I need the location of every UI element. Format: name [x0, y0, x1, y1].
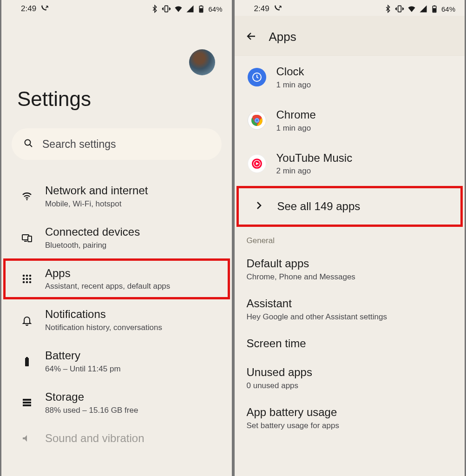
settings-item-sound[interactable]: Sound and vibration	[1, 423, 232, 454]
settings-item-title: Notifications	[45, 308, 162, 321]
svg-point-16	[29, 281, 32, 284]
svg-rect-22	[398, 6, 401, 12]
settings-item-storage[interactable]: Storage 88% used – 15.16 GB free	[1, 382, 232, 423]
app-sub: 2 min ago	[276, 166, 353, 176]
settings-item-apps[interactable]: Apps Assistant, recent apps, default app…	[3, 258, 230, 300]
settings-item-subtitle: Assistant, recent apps, default apps	[45, 282, 170, 291]
svg-rect-0	[165, 6, 168, 12]
svg-rect-2	[201, 6, 202, 7]
app-sub: 1 min ago	[276, 124, 316, 133]
svg-rect-18	[26, 357, 28, 358]
svg-point-10	[29, 275, 32, 277]
pref-assistant[interactable]: Assistant Hey Google and other Assistant…	[235, 289, 465, 329]
settings-item-title: Storage	[45, 390, 138, 404]
svg-rect-17	[25, 358, 29, 366]
search-settings[interactable]: Search settings	[12, 128, 222, 160]
pref-unused-apps[interactable]: Unused apps 0 unused apps	[235, 358, 465, 398]
bluetooth-icon	[151, 5, 159, 13]
call-ongoing-icon	[41, 5, 49, 13]
settings-item-subtitle: Mobile, Wi-Fi, hotspot	[45, 199, 148, 209]
settings-item-title: Connected devices	[45, 225, 140, 239]
pref-title: Unused apps	[247, 365, 455, 379]
settings-item-subtitle: Bluetooth, pairing	[45, 241, 140, 250]
search-placeholder: Search settings	[42, 138, 116, 151]
pref-subtitle: 0 unused apps	[247, 381, 455, 390]
settings-item-network[interactable]: Network and internet Mobile, Wi-Fi, hots…	[1, 176, 232, 217]
pref-subtitle: Hey Google and other Assistant settings	[247, 312, 455, 322]
page-title: Apps	[269, 30, 296, 44]
apps-header: Apps	[235, 16, 465, 56]
settings-item-subtitle: Notification history, conversations	[45, 323, 162, 332]
battery-percent: 64%	[208, 5, 222, 13]
recent-app-ytmusic[interactable]: YouTube Music 2 min ago	[235, 142, 465, 185]
status-time: 2:49	[21, 4, 36, 13]
settings-item-title: Apps	[45, 267, 170, 280]
settings-item-subtitle: 64% – Until 11:45 pm	[45, 364, 121, 374]
signal-icon	[186, 5, 194, 13]
see-all-label: See all 149 apps	[277, 200, 361, 213]
status-time: 2:49	[254, 4, 269, 13]
svg-point-12	[26, 278, 28, 280]
svg-rect-21	[23, 404, 31, 406]
app-sub: 1 min ago	[276, 80, 311, 90]
call-ongoing-icon	[274, 5, 282, 13]
svg-rect-19	[23, 399, 31, 401]
recent-app-clock[interactable]: Clock 1 min ago	[235, 56, 465, 99]
volume-icon	[20, 433, 34, 444]
svg-point-5	[26, 199, 28, 200]
svg-point-30	[255, 119, 258, 122]
battery-icon	[430, 5, 439, 13]
svg-rect-3	[200, 8, 203, 12]
settings-item-title: Network and internet	[45, 184, 148, 198]
status-bar: 2:49 64%	[1, 0, 232, 16]
youtube-music-app-icon	[248, 154, 266, 173]
svg-point-13	[29, 278, 32, 280]
pref-app-battery-usage[interactable]: App battery usage Set battery usage for …	[235, 398, 465, 438]
svg-point-15	[26, 281, 28, 284]
chevron-right-icon	[253, 200, 264, 213]
svg-rect-24	[433, 6, 435, 7]
storage-icon	[20, 397, 34, 408]
bluetooth-icon	[384, 5, 392, 13]
battery-icon	[20, 356, 34, 367]
settings-item-title: Battery	[45, 349, 121, 363]
see-all-apps[interactable]: See all 149 apps	[237, 187, 462, 226]
app-name: YouTube Music	[276, 152, 353, 165]
search-icon	[23, 138, 34, 151]
pref-screen-time[interactable]: Screen time	[235, 329, 465, 358]
chrome-app-icon	[248, 111, 266, 130]
pref-title: App battery usage	[247, 405, 455, 419]
vibrate-icon	[395, 4, 404, 13]
section-general: General	[235, 226, 465, 249]
settings-screen: 2:49 64% Settings Search settings	[0, 0, 233, 476]
recent-app-chrome[interactable]: Chrome 1 min ago	[235, 99, 465, 142]
pref-subtitle: Chrome, Phone and Messages	[247, 272, 455, 282]
wifi-icon	[20, 191, 34, 202]
page-title: Settings	[1, 75, 232, 124]
svg-point-4	[25, 140, 31, 145]
svg-point-14	[23, 281, 25, 284]
pref-subtitle: Set battery usage for apps	[247, 421, 455, 430]
svg-point-9	[26, 275, 28, 277]
app-name: Clock	[276, 65, 311, 79]
svg-point-8	[23, 275, 25, 277]
signal-icon	[419, 5, 427, 13]
back-button[interactable]	[246, 31, 257, 44]
svg-rect-25	[433, 8, 436, 12]
wifi-icon	[174, 4, 183, 13]
pref-default-apps[interactable]: Default apps Chrome, Phone and Messages	[235, 249, 465, 289]
settings-item-title: Sound and vibration	[45, 432, 144, 445]
pref-title: Screen time	[247, 337, 455, 350]
settings-item-notifications[interactable]: Notifications Notification history, conv…	[1, 299, 232, 341]
apps-screen: 2:49 64% Apps Clock 1 min ago	[233, 0, 466, 476]
battery-percent: 64%	[441, 5, 455, 13]
settings-item-connected[interactable]: Connected devices Bluetooth, pairing	[1, 217, 232, 258]
clock-app-icon	[248, 68, 266, 86]
profile-avatar[interactable]	[189, 49, 215, 75]
svg-rect-7	[28, 236, 32, 242]
svg-rect-20	[23, 402, 31, 403]
bell-icon	[20, 315, 34, 326]
settings-item-battery[interactable]: Battery 64% – Until 11:45 pm	[1, 341, 232, 382]
devices-icon	[20, 232, 34, 243]
settings-item-subtitle: 88% used – 15.16 GB free	[45, 406, 138, 415]
